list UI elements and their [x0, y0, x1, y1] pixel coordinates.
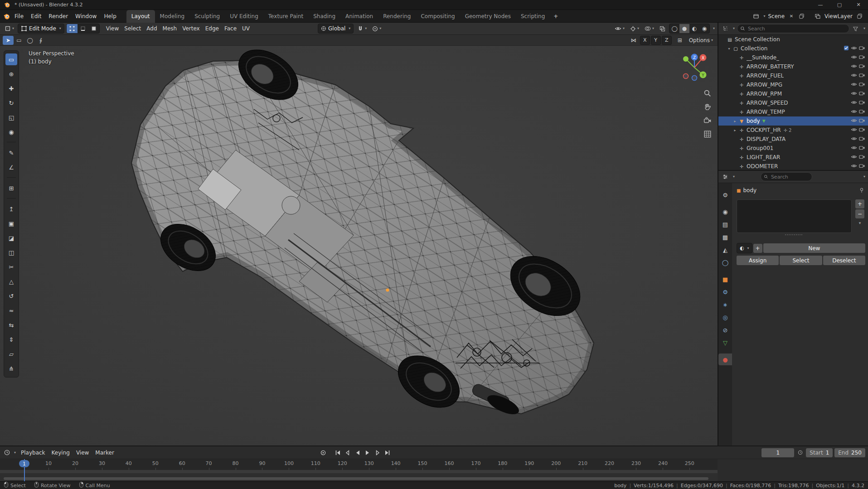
- hide-viewport-eye-icon[interactable]: [851, 163, 857, 170]
- disable-render-camera-icon[interactable]: [859, 45, 865, 52]
- outliner-editor-type-icon[interactable]: [721, 24, 729, 33]
- frame-start-field[interactable]: Start 1: [806, 448, 833, 457]
- properties-tab-modifiers[interactable]: ⚙: [718, 286, 732, 298]
- deselect-button[interactable]: Deselect: [823, 256, 865, 265]
- shading-dropdown-chevron-icon[interactable]: ▾: [713, 27, 715, 30]
- timeline-menu-playback[interactable]: Playback: [18, 448, 48, 458]
- workspace-tab-modeling[interactable]: Modeling: [155, 10, 190, 23]
- outliner-row-arrow-battery[interactable]: ✛ARROW_BATTERY: [718, 62, 868, 71]
- new-material-icon[interactable]: +: [753, 244, 762, 253]
- tool-bevel-icon[interactable]: ◪: [5, 232, 17, 244]
- properties-tab-view-layer[interactable]: ▩: [718, 231, 732, 243]
- tool-loop-cut-icon[interactable]: ◫: [5, 247, 17, 258]
- breadcrumb-object-name[interactable]: body: [743, 187, 756, 194]
- timeline-editor-type-icon[interactable]: [3, 449, 11, 457]
- show-gizmo-icon[interactable]: ▾: [628, 24, 641, 33]
- outliner-row-cockpit-hr[interactable]: ▸✛COCKPIT_HR✛ 2: [718, 126, 868, 135]
- tool-poly-build-icon[interactable]: △: [5, 276, 17, 287]
- add-slot-button[interactable]: +: [855, 199, 864, 208]
- outliner-row-arrow-fuel[interactable]: ✛ARROW_FUEL: [718, 71, 868, 80]
- outliner-row-display-data[interactable]: ✛DISPLAY_DATA: [718, 135, 868, 144]
- outliner-editor-chevron-icon[interactable]: ▾: [733, 27, 735, 30]
- shading-rendered-button[interactable]: ◉: [699, 24, 709, 33]
- wireframe-car-model[interactable]: [0, 46, 718, 445]
- panel-grip[interactable]: [737, 234, 851, 235]
- outliner-row-collection[interactable]: ▾▢Collection: [718, 44, 868, 53]
- workspace-tab-shading[interactable]: Shading: [308, 10, 340, 23]
- hide-viewport-eye-icon[interactable]: [851, 100, 857, 107]
- properties-search-input[interactable]: [770, 174, 809, 180]
- viewlayer-icon[interactable]: [814, 12, 822, 20]
- expand-toggle-icon[interactable]: ▸: [732, 128, 738, 132]
- orthographic-grid-icon[interactable]: [702, 128, 713, 140]
- disable-render-camera-icon[interactable]: [859, 127, 865, 134]
- outliner-row-arrow-temp[interactable]: ✛ARROW_TEMP: [718, 107, 868, 116]
- menu-render[interactable]: Render: [45, 11, 72, 21]
- pin-icon[interactable]: [859, 188, 864, 193]
- hide-viewport-eye-icon[interactable]: [851, 82, 857, 88]
- select-button[interactable]: Select: [780, 256, 822, 265]
- outliner-row-odometer[interactable]: ✛ODOMETER: [718, 162, 868, 170]
- viewport-menu-mesh[interactable]: Mesh: [160, 24, 180, 34]
- timeline-menu-marker[interactable]: Marker: [92, 448, 117, 458]
- timeline-menu-view[interactable]: View: [73, 448, 92, 458]
- tool-shrink-fatten-icon[interactable]: ⇕: [5, 334, 17, 345]
- hide-viewport-eye-icon[interactable]: [851, 109, 857, 116]
- edge-select-mode-button[interactable]: [78, 24, 88, 33]
- properties-tab-world[interactable]: ◯: [718, 257, 732, 268]
- hide-viewport-eye-icon[interactable]: [851, 54, 857, 61]
- shading-material-button[interactable]: ◐: [689, 24, 699, 33]
- add-workspace-button[interactable]: +: [550, 11, 562, 21]
- disable-render-camera-icon[interactable]: [859, 54, 865, 61]
- xray-toggle-icon[interactable]: [658, 24, 667, 33]
- remove-slot-button[interactable]: −: [855, 209, 864, 218]
- outliner-row-light-rear[interactable]: ✛LIGHT_REAR: [718, 153, 868, 162]
- timeline-editor-chevron-icon[interactable]: ▾: [14, 451, 16, 455]
- mode-dropdown[interactable]: Edit Mode ▾: [18, 24, 64, 34]
- mirror-icon[interactable]: ⋈: [628, 36, 639, 45]
- disable-render-camera-icon[interactable]: [859, 91, 865, 97]
- proportional-editing-icon[interactable]: ▾: [370, 24, 383, 33]
- disable-render-camera-icon[interactable]: [859, 100, 865, 107]
- shading-solid-button[interactable]: ●: [679, 24, 689, 33]
- tweak-icon[interactable]: ➤: [3, 36, 14, 45]
- viewlayer-name[interactable]: ViewLayer: [824, 13, 853, 19]
- blender-menu-logo[interactable]: [3, 12, 11, 20]
- disable-render-camera-icon[interactable]: [859, 118, 865, 125]
- timeline-scrollbar[interactable]: [4, 477, 708, 480]
- frame-end-field[interactable]: End 250: [834, 448, 865, 457]
- hide-viewport-eye-icon[interactable]: [851, 136, 857, 143]
- viewport-canvas[interactable]: User Perspective (1) body ▭⊕✚↻◱◉✎∠⊞↥▣◪◫✂…: [0, 46, 718, 445]
- properties-tab-render[interactable]: ◉: [718, 206, 732, 218]
- viewport-menu-uv[interactable]: UV: [239, 24, 252, 34]
- disable-render-camera-icon[interactable]: [859, 63, 865, 70]
- jump-start-button[interactable]: [333, 448, 342, 457]
- hide-viewport-eye-icon[interactable]: [851, 154, 857, 161]
- properties-tab-material[interactable]: ●: [718, 353, 732, 365]
- minimize-icon[interactable]: —: [811, 0, 830, 10]
- material-slot-list[interactable]: [737, 199, 852, 233]
- disable-render-camera-icon[interactable]: [859, 73, 865, 79]
- shading-wireframe-button[interactable]: ◯: [669, 24, 679, 33]
- properties-tab-particles[interactable]: ∗: [718, 299, 732, 310]
- viewport-menu-add[interactable]: Add: [144, 24, 160, 34]
- expand-toggle-icon[interactable]: ▾: [726, 47, 732, 51]
- properties-tab-tool[interactable]: ⚙: [718, 189, 732, 201]
- hide-viewport-eye-icon[interactable]: [851, 91, 857, 97]
- hide-viewport-eye-icon[interactable]: [851, 127, 857, 134]
- transform-orientation-dropdown[interactable]: Global ▾: [318, 24, 354, 34]
- select-lasso-variant-icon[interactable]: ∮: [35, 36, 46, 45]
- keying-set-icon[interactable]: [796, 449, 804, 457]
- show-visibility-icon[interactable]: ▾: [613, 24, 626, 33]
- scene-name[interactable]: Scene: [768, 13, 785, 19]
- tool-annotate-icon[interactable]: ✎: [5, 147, 17, 159]
- timeline-tracks[interactable]: [0, 470, 718, 481]
- snap-magnet-icon[interactable]: ▾: [355, 24, 369, 33]
- hide-viewport-eye-icon[interactable]: [851, 118, 857, 125]
- disable-render-camera-icon[interactable]: [859, 82, 865, 88]
- hide-viewport-eye-icon[interactable]: [851, 145, 857, 152]
- workspace-tab-compositing[interactable]: Compositing: [416, 10, 460, 23]
- menu-window[interactable]: Window: [72, 11, 100, 21]
- tool-inset-faces-icon[interactable]: ▣: [5, 218, 17, 229]
- viewlayer-copy-icon[interactable]: [855, 12, 863, 20]
